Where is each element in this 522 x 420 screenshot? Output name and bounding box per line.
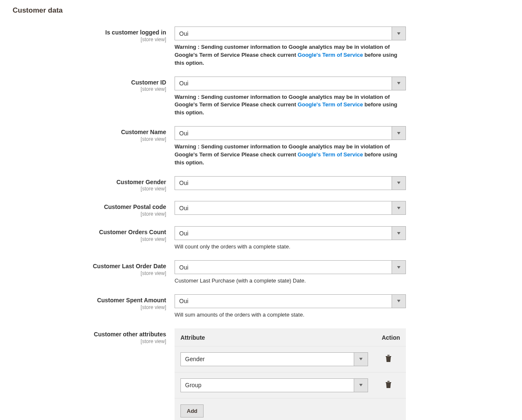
scope-label: [store view] <box>13 211 166 217</box>
delete-row-button[interactable] <box>385 355 392 364</box>
chevron-down-icon <box>354 379 368 392</box>
svg-marker-4 <box>397 207 400 209</box>
select-attribute-1[interactable]: Group <box>180 378 368 392</box>
chevron-down-icon <box>392 27 405 40</box>
label-customer-name: Customer Name <box>13 129 166 136</box>
field-is-logged-in: Is customer logged in [store view] Oui W… <box>13 26 509 67</box>
chevron-down-icon <box>354 353 368 366</box>
help-text: Will sum amounts of the orders with a co… <box>175 311 406 319</box>
scope-label: [store view] <box>13 37 166 42</box>
svg-rect-12 <box>386 382 391 383</box>
chevron-down-icon <box>392 201 405 214</box>
warning-text: Warning : Sending customer information t… <box>175 43 406 67</box>
tos-link[interactable]: Google's Term of Service <box>298 52 363 58</box>
select-customer-gender[interactable]: Oui <box>175 176 406 190</box>
select-customer-name[interactable]: Oui <box>175 126 406 140</box>
select-customer-postal[interactable]: Oui <box>175 201 406 215</box>
delete-row-button[interactable] <box>385 381 392 390</box>
warning-text: Warning : Sending customer information t… <box>175 143 406 167</box>
tos-link[interactable]: Google's Term of Service <box>298 101 363 108</box>
select-value: Oui <box>175 205 392 211</box>
field-customer-gender: Customer Gender [store view] Oui <box>13 176 509 192</box>
svg-marker-7 <box>397 300 400 302</box>
svg-rect-9 <box>386 356 391 357</box>
select-customer-orders-count[interactable]: Oui <box>175 226 406 240</box>
svg-marker-8 <box>359 358 363 360</box>
label-customer-spent: Customer Spent Amount <box>13 297 166 304</box>
select-customer-spent[interactable]: Oui <box>175 294 406 308</box>
field-customer-last-order: Customer Last Order Date [store view] Ou… <box>13 260 509 285</box>
help-text: Will count only the orders with a comple… <box>175 243 406 251</box>
attribute-row: Group <box>175 372 406 398</box>
scope-label: [store view] <box>13 136 166 142</box>
add-attribute-button[interactable]: Add <box>180 404 204 417</box>
svg-rect-13 <box>387 381 390 382</box>
chevron-down-icon <box>392 77 405 90</box>
select-customer-last-order[interactable]: Oui <box>175 260 406 274</box>
svg-marker-1 <box>397 82 400 85</box>
select-customer-id[interactable]: Oui <box>175 77 406 90</box>
field-other-attributes: Customer other attributes [store view] A… <box>13 328 509 420</box>
scope-label: [store view] <box>13 304 166 310</box>
select-value: Oui <box>175 180 392 186</box>
chevron-down-icon <box>392 177 405 190</box>
chevron-down-icon <box>392 261 405 274</box>
label-customer-last-order: Customer Last Order Date <box>13 263 166 270</box>
scope-label: [store view] <box>13 270 166 276</box>
svg-marker-11 <box>359 384 363 386</box>
label-customer-orders-count: Customer Orders Count <box>13 229 166 236</box>
label-customer-id: Customer ID <box>13 79 166 86</box>
help-text: Customer Last Purchase (with a complete … <box>175 277 406 285</box>
chevron-down-icon <box>392 227 405 240</box>
chevron-down-icon <box>392 295 405 308</box>
select-attribute-0[interactable]: Gender <box>180 352 368 366</box>
trash-icon <box>385 381 392 388</box>
label-customer-gender: Customer Gender <box>13 179 166 186</box>
label-is-logged-in: Is customer logged in <box>13 29 166 36</box>
attr-header-action: Action <box>375 334 400 341</box>
field-customer-postal: Customer Postal code [store view] Oui <box>13 201 509 217</box>
select-value: Group <box>181 382 354 388</box>
tos-link[interactable]: Google's Term of Service <box>298 151 363 158</box>
scope-label: [store view] <box>13 338 166 344</box>
select-value: Oui <box>175 80 392 87</box>
attribute-row: Gender <box>175 346 406 372</box>
svg-marker-3 <box>397 182 400 184</box>
svg-marker-2 <box>397 132 400 135</box>
attr-header-attribute: Attribute <box>180 334 375 341</box>
scope-label: [store view] <box>13 86 166 92</box>
label-other-attributes: Customer other attributes <box>13 331 166 338</box>
select-is-logged-in[interactable]: Oui <box>175 26 406 40</box>
svg-marker-6 <box>397 266 400 269</box>
select-value: Oui <box>175 264 392 271</box>
svg-rect-10 <box>387 355 390 356</box>
trash-icon <box>385 355 392 362</box>
svg-marker-0 <box>397 32 400 35</box>
select-value: Oui <box>175 30 392 37</box>
select-value: Oui <box>175 230 392 237</box>
svg-marker-5 <box>397 232 400 235</box>
select-value: Oui <box>175 298 392 304</box>
warning-text: Warning : Sending customer information t… <box>175 93 406 117</box>
field-customer-spent: Customer Spent Amount [store view] Oui W… <box>13 294 509 319</box>
label-customer-postal: Customer Postal code <box>13 203 166 211</box>
field-customer-orders-count: Customer Orders Count [store view] Oui W… <box>13 226 509 251</box>
select-value: Oui <box>175 130 392 137</box>
select-value: Gender <box>181 356 354 362</box>
field-customer-id: Customer ID [store view] Oui Warning : S… <box>13 77 509 117</box>
scope-label: [store view] <box>13 186 166 192</box>
section-title: Customer data <box>13 6 509 15</box>
field-customer-name: Customer Name [store view] Oui Warning :… <box>13 126 509 167</box>
attributes-table: Attribute Action Gender <box>175 328 406 420</box>
chevron-down-icon <box>392 127 405 140</box>
scope-label: [store view] <box>13 236 166 242</box>
